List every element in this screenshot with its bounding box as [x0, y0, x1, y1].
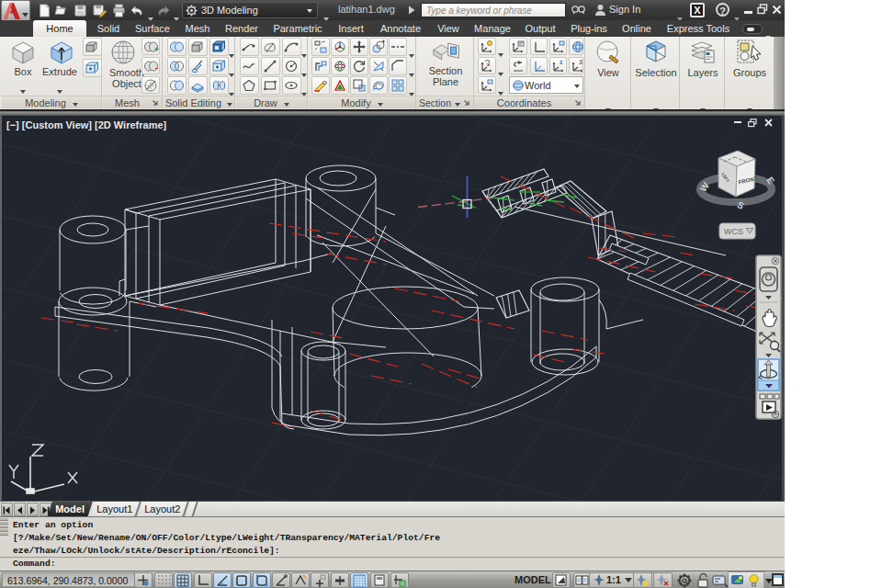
svg-text:WCS: WCS [724, 227, 743, 236]
svg-text:z: z [560, 59, 563, 65]
svg-text:3: 3 [579, 59, 582, 65]
